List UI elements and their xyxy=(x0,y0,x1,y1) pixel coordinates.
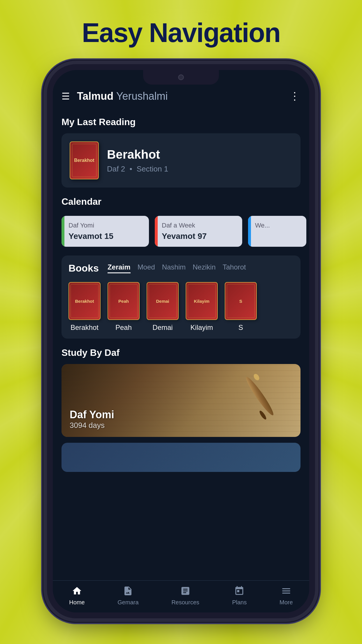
book-thumb-0: Berakhot xyxy=(68,282,101,320)
book-name-0: Berakhot xyxy=(71,323,99,332)
book-name-4: S xyxy=(238,323,243,332)
notch xyxy=(143,70,219,85)
phone-mockup: ☰ Talmud Yerushalmi ⋮ My Last Reading Be… xyxy=(47,64,315,618)
tab-moed[interactable]: Moed xyxy=(138,263,155,273)
book-thumb-2: Demai xyxy=(147,282,179,320)
camera xyxy=(178,74,184,80)
calendar-card-daf-yomi[interactable]: Daf Yomi Yevamot 15 xyxy=(61,216,149,247)
app-header: ☰ Talmud Yerushalmi ⋮ xyxy=(53,85,309,108)
tab-nezikin[interactable]: Nezikin xyxy=(193,263,216,273)
nav-item-resources[interactable]: Resources xyxy=(171,584,199,606)
calendar-scroll: Daf Yomi Yevamot 15 Daf a Week Yevamot 9… xyxy=(53,216,309,247)
book-cover-image: Berakhot xyxy=(70,141,99,179)
nav-label-more: More xyxy=(280,599,293,606)
nav-label-plans: Plans xyxy=(232,599,247,606)
tab-tahorot[interactable]: Tahorot xyxy=(223,263,246,273)
section-text: Section 1 xyxy=(137,164,168,173)
gemara-icon xyxy=(122,584,134,597)
cal-label-0: Daf Yomi xyxy=(68,222,142,229)
app-content: My Last Reading Berakhot Berakhot Daf 2 … xyxy=(53,108,309,580)
book-subtitle: Daf 2 • Section 1 xyxy=(107,164,168,174)
daf-card-content: Daf Yomi 3094 days xyxy=(70,409,114,430)
nav-label-gemara: Gemara xyxy=(117,599,138,606)
page-title: Easy Navigation xyxy=(0,18,362,48)
phone-screen: ☰ Talmud Yerushalmi ⋮ My Last Reading Be… xyxy=(53,70,309,612)
book-thumb-label-2: Demai xyxy=(154,299,171,304)
nav-item-plans[interactable]: Plans xyxy=(232,584,247,606)
app-title-bold: Talmud xyxy=(77,90,113,102)
app-title: Talmud Yerushalmi xyxy=(77,90,289,102)
books-tabs: Zeraim Moed Nashim Nezikin Tahorot xyxy=(108,263,246,273)
home-icon xyxy=(71,584,83,597)
last-reading-card[interactable]: Berakhot Berakhot Daf 2 • Section 1 xyxy=(61,133,301,188)
book-name-3: Kilayim xyxy=(190,323,213,332)
book-thumb-3: Kilayim xyxy=(186,282,218,320)
more-options-icon[interactable]: ⋮ xyxy=(289,90,301,102)
svg-point-1 xyxy=(259,410,267,420)
book-info: Berakhot Daf 2 • Section 1 xyxy=(107,148,168,174)
tab-nashim[interactable]: Nashim xyxy=(162,263,186,273)
book-thumb-1: Peah xyxy=(108,282,140,320)
study-by-daf-section: Study By Daf xyxy=(53,347,309,437)
cal-value-0: Yevamot 15 xyxy=(68,232,142,241)
plans-icon xyxy=(233,584,246,597)
study-by-daf-title: Study By Daf xyxy=(61,347,301,358)
nav-label-resources: Resources xyxy=(171,599,199,606)
nav-item-home[interactable]: Home xyxy=(69,584,85,606)
nav-item-more[interactable]: More xyxy=(280,584,293,606)
daf-yomi-label: Daf Yomi xyxy=(70,409,114,421)
book-thumb-4: S xyxy=(225,282,257,320)
tab-zeraim[interactable]: Zeraim xyxy=(108,263,131,273)
partial-card xyxy=(53,437,309,472)
calendar-card-partial[interactable]: We... xyxy=(248,216,306,247)
svg-point-2 xyxy=(253,373,261,381)
book-title: Berakhot xyxy=(107,148,168,162)
nav-label-home: Home xyxy=(69,599,85,606)
resources-icon xyxy=(179,584,192,597)
book-thumb-label-3: Kilayim xyxy=(192,299,211,304)
svg-point-0 xyxy=(243,375,276,417)
book-thumb-label-0: Berakhot xyxy=(73,299,95,304)
books-grid: Berakhot Berakhot Peah Peah xyxy=(68,282,294,332)
calendar-title: Calendar xyxy=(61,196,301,207)
book-name-1: Peah xyxy=(115,323,132,332)
calendar-section: Calendar xyxy=(53,196,309,207)
book-thumb-label-1: Peah xyxy=(117,299,130,304)
book-thumb-label-4: S xyxy=(238,299,244,304)
book-item-berakhot[interactable]: Berakhot Berakhot xyxy=(68,282,101,332)
cal-label-1: Daf a Week xyxy=(162,222,235,229)
books-header: Books Zeraim Moed Nashim Nezikin Tahorot xyxy=(68,262,294,274)
bottom-nav: Home Gemara Resources xyxy=(53,580,309,612)
separator: • xyxy=(129,164,132,173)
book-name-2: Demai xyxy=(152,323,173,332)
book-item-kilayim[interactable]: Kilayim Kilayim xyxy=(186,282,218,332)
daf-text: Daf 2 xyxy=(107,164,125,173)
more-icon xyxy=(280,584,293,597)
cal-value-1: Yevamot 97 xyxy=(162,232,235,241)
menu-icon[interactable]: ☰ xyxy=(61,91,70,102)
cal-label-2: We... xyxy=(255,222,299,229)
calendar-card-daf-week[interactable]: Daf a Week Yevamot 97 xyxy=(155,216,242,247)
last-reading-title: My Last Reading xyxy=(61,117,301,127)
books-container: Books Zeraim Moed Nashim Nezikin Tahorot xyxy=(61,256,301,339)
books-title: Books xyxy=(68,262,99,274)
daf-yomi-card[interactable]: Daf Yomi 3094 days xyxy=(61,364,301,437)
app-title-light: Yerushalmi xyxy=(113,90,168,102)
book-item-demai[interactable]: Demai Demai xyxy=(147,282,179,332)
last-reading-section: My Last Reading Berakhot Berakhot Daf 2 … xyxy=(53,117,309,188)
partial-card-bg xyxy=(61,443,301,472)
book-cover-label: Berakhot xyxy=(72,158,96,164)
book-item-s[interactable]: S S xyxy=(225,282,257,332)
book-item-peah[interactable]: Peah Peah xyxy=(108,282,140,332)
daf-yomi-days: 3094 days xyxy=(70,421,114,430)
nav-item-gemara[interactable]: Gemara xyxy=(117,584,138,606)
books-section: Books Zeraim Moed Nashim Nezikin Tahorot xyxy=(53,247,309,339)
